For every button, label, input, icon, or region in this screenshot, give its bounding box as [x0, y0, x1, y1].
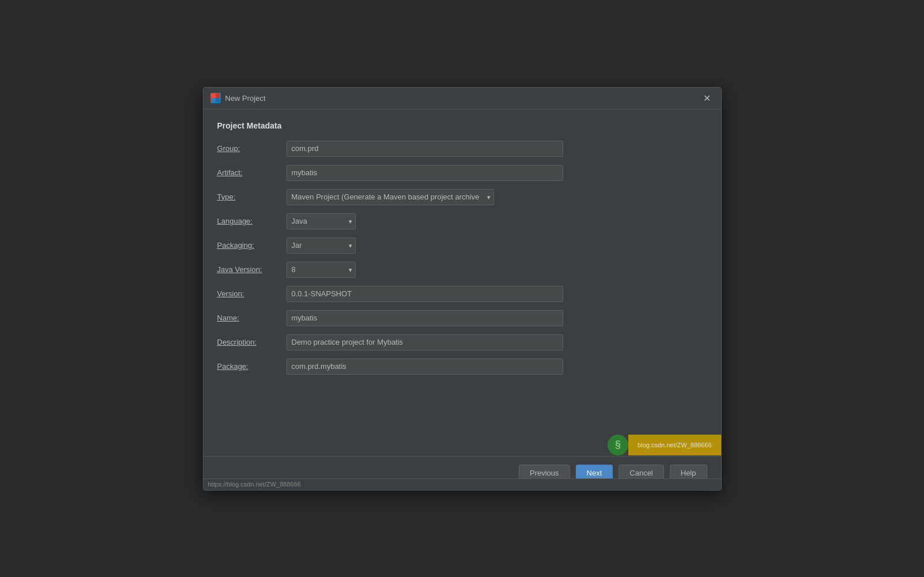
dialog-content: Project Metadata Group: Artifact: Type: …	[203, 110, 721, 456]
section-title: Project Metadata	[217, 121, 707, 130]
language-select[interactable]: Java Kotlin Groovy	[286, 213, 356, 229]
version-label-text: Version:	[217, 289, 244, 298]
version-input[interactable]	[286, 286, 563, 302]
package-label: Package:	[217, 362, 286, 371]
watermark: § blog.csdn.net/ZW_888666	[608, 435, 721, 455]
description-row: Description:	[217, 334, 707, 350]
type-label-text: Type:	[217, 193, 236, 201]
language-label: Language:	[217, 217, 286, 225]
java-version-label: Java Version:	[217, 265, 286, 274]
artifact-label: Artifact:	[217, 168, 286, 177]
watermark-text: blog.csdn.net/ZW_888666	[628, 435, 721, 455]
description-input[interactable]	[286, 334, 563, 350]
close-button[interactable]: ✕	[700, 92, 714, 105]
status-bar: https://blog.csdn.net/ZW_888666	[203, 478, 721, 490]
description-label-text: Description:	[217, 338, 257, 346]
language-label-text: Language:	[217, 217, 252, 225]
language-select-wrapper: Java Kotlin Groovy	[286, 213, 356, 229]
type-select-wrapper: Maven Project (Generate a Maven based pr…	[286, 189, 494, 205]
java-version-select[interactable]: 8 11 17 21	[286, 262, 356, 278]
packaging-select-wrapper: Jar War	[286, 237, 356, 254]
type-select[interactable]: Maven Project (Generate a Maven based pr…	[286, 189, 494, 205]
packaging-label: Packaging:	[217, 241, 286, 250]
packaging-row: Packaging: Jar War	[217, 237, 707, 254]
type-label: Type:	[217, 193, 286, 201]
watermark-icon: §	[608, 435, 628, 455]
name-input[interactable]	[286, 310, 563, 326]
java-version-select-wrapper: 8 11 17 21	[286, 262, 356, 278]
svg-rect-0	[212, 94, 216, 98]
java-version-row: Java Version: 8 11 17 21	[217, 262, 707, 278]
svg-rect-2	[212, 98, 216, 102]
window-title: New Project	[225, 94, 266, 103]
version-label: Version:	[217, 289, 286, 298]
version-row: Version:	[217, 286, 707, 302]
java-version-label-text: Java Version:	[217, 265, 262, 274]
package-input[interactable]	[286, 359, 563, 375]
name-row: Name:	[217, 310, 707, 326]
description-label: Description:	[217, 338, 286, 346]
type-row: Type: Maven Project (Generate a Maven ba…	[217, 189, 707, 205]
group-label: Group:	[217, 144, 286, 153]
packaging-label-text: Packaging:	[217, 241, 254, 250]
artifact-label-text: Artifact:	[217, 168, 243, 177]
group-row: Group:	[217, 141, 707, 157]
title-bar: New Project ✕	[203, 88, 721, 110]
svg-rect-1	[216, 94, 220, 98]
artifact-input[interactable]	[286, 165, 563, 181]
name-label: Name:	[217, 314, 286, 322]
language-row: Language: Java Kotlin Groovy	[217, 213, 707, 229]
artifact-row: Artifact:	[217, 165, 707, 181]
package-label-text: Package:	[217, 362, 248, 371]
name-label-text: Name:	[217, 314, 239, 322]
group-label-text: Group:	[217, 144, 240, 153]
new-project-dialog: New Project ✕ Project Metadata Group: Ar…	[203, 87, 722, 491]
title-bar-left: New Project	[210, 93, 266, 103]
svg-rect-3	[216, 98, 220, 102]
group-input[interactable]	[286, 141, 563, 157]
app-icon	[210, 93, 221, 103]
packaging-select[interactable]: Jar War	[286, 237, 356, 254]
package-row: Package:	[217, 359, 707, 375]
status-url: https://blog.csdn.net/ZW_888666	[208, 481, 301, 488]
